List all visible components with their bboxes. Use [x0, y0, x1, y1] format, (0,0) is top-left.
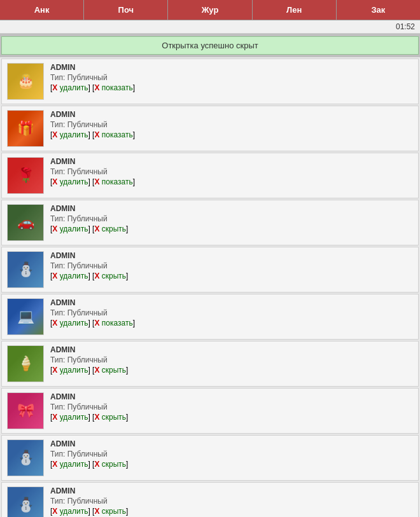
- toggle-link[interactable]: показать: [102, 83, 133, 92]
- delete-x: X: [52, 460, 57, 469]
- card-thumbnail: 💻: [7, 298, 44, 335]
- card-thumbnail: ⛄: [7, 251, 44, 288]
- card-type: Тип: Публичный: [50, 450, 413, 458]
- card-thumbnail: ⛄: [7, 439, 44, 476]
- thumb-icon: 🍦: [17, 355, 34, 372]
- nav-item-zhur[interactable]: Жур: [168, 0, 252, 20]
- card-actions: [X удалить] [X скрыть]: [50, 224, 413, 233]
- card-info: ADMIN Тип: Публичный [X удалить] [X скры…: [50, 345, 413, 375]
- toggle-x: X: [94, 319, 99, 327]
- nav-item-ank[interactable]: Анк: [0, 0, 84, 20]
- nav-item-len[interactable]: Лен: [253, 0, 337, 20]
- toggle-x: X: [94, 272, 99, 280]
- delete-x: X: [52, 224, 57, 233]
- card-actions: [X удалить] [X скрыть]: [50, 366, 413, 375]
- card-thumbnail: ⛄: [7, 486, 44, 517]
- card-item: ⛄ ADMIN Тип: Публичный [X удалить] [X ск…: [1, 482, 419, 517]
- card-author: ADMIN: [50, 157, 413, 166]
- delete-link[interactable]: удалить: [60, 460, 88, 469]
- card-info: ADMIN Тип: Публичный [X удалить] [X скры…: [50, 392, 413, 422]
- delete-link[interactable]: удалить: [60, 413, 88, 422]
- toggle-link[interactable]: показать: [102, 319, 133, 327]
- card-type: Тип: Публичный: [50, 355, 413, 364]
- delete-link[interactable]: удалить: [60, 177, 88, 186]
- card-info: ADMIN Тип: Публичный [X удалить] [X пока…: [50, 63, 413, 92]
- toggle-link[interactable]: показать: [102, 130, 133, 139]
- card-actions: [X удалить] [X скрыть]: [50, 507, 413, 516]
- toggle-link[interactable]: скрыть: [102, 413, 126, 422]
- toggle-link[interactable]: скрыть: [102, 460, 126, 469]
- toggle-x: X: [94, 224, 99, 233]
- card-actions: [X удалить] [X скрыть]: [50, 272, 413, 280]
- toggle-x: X: [94, 130, 99, 139]
- toggle-x: X: [94, 413, 99, 422]
- card-info: ADMIN Тип: Публичный [X удалить] [X пока…: [50, 298, 413, 327]
- toggle-x: X: [94, 366, 99, 375]
- thumb-icon: 🎂: [17, 73, 34, 90]
- card-author: ADMIN: [50, 110, 413, 119]
- card-thumbnail: 🎀: [7, 392, 44, 429]
- toggle-link[interactable]: скрыть: [102, 507, 126, 516]
- delete-x: X: [52, 177, 57, 186]
- card-type: Тип: Публичный: [50, 120, 413, 129]
- card-author: ADMIN: [50, 486, 413, 495]
- thumb-icon: ⛄: [17, 497, 34, 513]
- card-actions: [X удалить] [X показать]: [50, 83, 413, 92]
- success-banner: Открытка успешно скрыт: [1, 36, 419, 55]
- delete-link[interactable]: удалить: [60, 507, 88, 516]
- timer-display: 01:52: [396, 22, 415, 31]
- delete-link[interactable]: удалить: [60, 319, 88, 327]
- delete-x: X: [52, 130, 57, 139]
- delete-x: X: [52, 413, 57, 422]
- thumb-icon: 🎀: [17, 403, 34, 419]
- card-type: Тип: Публичный: [50, 73, 413, 82]
- card-item: 🍦 ADMIN Тип: Публичный [X удалить] [X ск…: [1, 341, 419, 387]
- nav-item-poch[interactable]: Поч: [84, 0, 168, 20]
- card-item: 🎂 ADMIN Тип: Публичный [X удалить] [X по…: [1, 59, 419, 104]
- card-actions: [X удалить] [X скрыть]: [50, 413, 413, 422]
- delete-link[interactable]: удалить: [60, 272, 88, 280]
- card-author: ADMIN: [50, 63, 413, 72]
- nav-item-zak[interactable]: Зак: [337, 0, 420, 20]
- cards-container: 🎂 ADMIN Тип: Публичный [X удалить] [X по…: [0, 57, 420, 517]
- card-type: Тип: Публичный: [50, 261, 413, 270]
- card-item: 💻 ADMIN Тип: Публичный [X удалить] [X по…: [1, 294, 419, 340]
- delete-x: X: [52, 366, 57, 375]
- delete-x: X: [52, 83, 57, 92]
- card-info: ADMIN Тип: Публичный [X удалить] [X скры…: [50, 251, 413, 280]
- card-thumbnail: 🍦: [7, 345, 44, 382]
- card-item: 🌹 ADMIN Тип: Публичный [X удалить] [X по…: [1, 153, 419, 198]
- card-item: ⛄ ADMIN Тип: Публичный [X удалить] [X ск…: [1, 247, 419, 293]
- card-author: ADMIN: [50, 251, 413, 260]
- card-info: ADMIN Тип: Публичный [X удалить] [X пока…: [50, 157, 413, 186]
- delete-link[interactable]: удалить: [60, 224, 88, 233]
- delete-link[interactable]: удалить: [60, 130, 88, 139]
- card-actions: [X удалить] [X показать]: [50, 319, 413, 327]
- toggle-link[interactable]: показать: [102, 177, 133, 186]
- thumb-icon: 💻: [17, 308, 34, 325]
- toggle-x: X: [94, 177, 99, 186]
- delete-x: X: [52, 272, 57, 280]
- toggle-link[interactable]: скрыть: [102, 224, 126, 233]
- thumb-icon: 🚗: [17, 214, 34, 231]
- card-author: ADMIN: [50, 392, 413, 401]
- card-item: 🎁 ADMIN Тип: Публичный [X удалить] [X по…: [1, 106, 419, 151]
- card-thumbnail: 🌹: [7, 157, 44, 194]
- card-author: ADMIN: [50, 439, 413, 448]
- card-thumbnail: 🎂: [7, 63, 44, 100]
- card-info: ADMIN Тип: Публичный [X удалить] [X скры…: [50, 486, 413, 516]
- delete-link[interactable]: удалить: [60, 83, 88, 92]
- card-author: ADMIN: [50, 298, 413, 307]
- timer-bar: 01:52: [0, 20, 420, 34]
- card-author: ADMIN: [50, 345, 413, 354]
- toggle-link[interactable]: скрыть: [102, 272, 126, 280]
- card-info: ADMIN Тип: Публичный [X удалить] [X скры…: [50, 439, 413, 469]
- toggle-x: X: [94, 507, 99, 516]
- card-item: 🎀 ADMIN Тип: Публичный [X удалить] [X ск…: [1, 388, 419, 434]
- delete-link[interactable]: удалить: [60, 366, 88, 375]
- thumb-icon: 🌹: [17, 167, 34, 184]
- card-info: ADMIN Тип: Публичный [X удалить] [X пока…: [50, 110, 413, 139]
- card-type: Тип: Публичный: [50, 214, 413, 223]
- toggle-link[interactable]: скрыть: [102, 366, 126, 375]
- top-navigation: Анк Поч Жур Лен Зак: [0, 0, 420, 20]
